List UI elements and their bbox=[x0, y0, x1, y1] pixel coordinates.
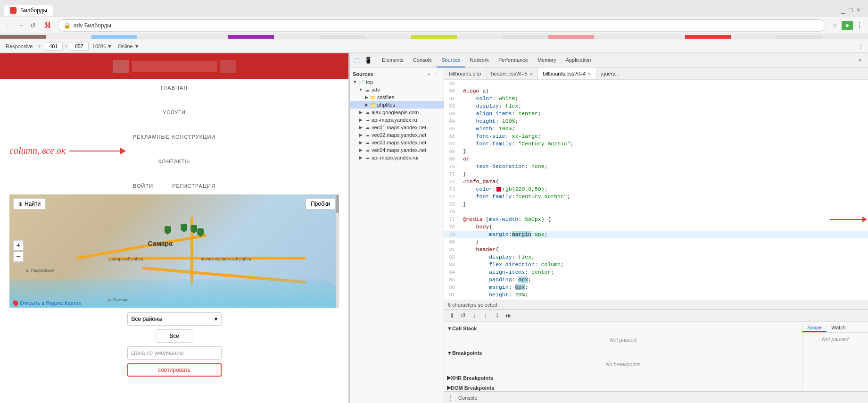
tree-label-vec04: vec04.maps.yandex.net bbox=[372, 147, 426, 153]
tree-item-vec04[interactable]: ▶ ☁ vec04.maps.yandex.net bbox=[350, 146, 444, 154]
tab-favicon bbox=[10, 7, 17, 14]
console-dots[interactable]: ⋮ bbox=[447, 394, 454, 402]
code-content[interactable]: 59 60 #logo a{ 61 color: white; 6 bbox=[444, 80, 868, 300]
tree-item-cssfiles[interactable]: ▶ 📁 cssfiles bbox=[350, 93, 444, 101]
nav-item-home[interactable]: ГЛАВНАЯ bbox=[161, 85, 188, 91]
width-input[interactable] bbox=[44, 42, 63, 50]
editor-tab-header-css[interactable]: header.css?if=5 × bbox=[487, 67, 538, 80]
sources-more-button[interactable]: ⋮ bbox=[433, 70, 441, 77]
dom-breakpoints-header[interactable]: ▶ DOM Breakpoints bbox=[444, 384, 802, 391]
address-bar[interactable]: 🔒 adv Билборды bbox=[58, 19, 826, 32]
network-btn[interactable]: Online ▼ bbox=[116, 42, 141, 50]
zoom-btn[interactable]: 100% ▼ bbox=[91, 42, 114, 50]
close-icon-header-css[interactable]: × bbox=[529, 70, 533, 77]
tab-application[interactable]: Application bbox=[561, 53, 596, 67]
device-toggle-button[interactable]: 📱 bbox=[363, 55, 373, 66]
swatch-11 bbox=[457, 35, 503, 39]
debug-pause-button[interactable]: ⏸ bbox=[447, 311, 456, 320]
forward-button[interactable]: → bbox=[16, 21, 25, 30]
map-open-yandex[interactable]: Открыть в Яндекс.Картах bbox=[13, 300, 81, 306]
add-folder-button[interactable]: + bbox=[426, 70, 432, 77]
close-icon-billboards-css[interactable]: × bbox=[587, 70, 591, 77]
debug-step-out-button[interactable]: ↑ bbox=[481, 311, 490, 320]
editor-tab-jquery[interactable]: jquery... bbox=[596, 67, 624, 80]
back-button[interactable]: ← bbox=[4, 21, 13, 30]
editor-tab-billboards-css[interactable]: billboards.css?if=4 × bbox=[538, 67, 596, 80]
nav-item-services[interactable]: УСЛУГИ bbox=[163, 109, 186, 115]
reload-button[interactable]: ↺ bbox=[28, 21, 38, 30]
annotation: column, все ок bbox=[9, 145, 126, 156]
logo-main bbox=[132, 61, 217, 72]
nav-item-constructions[interactable]: РЕКЛАМНЫЕ КОНСТРУКЦИИ bbox=[133, 134, 215, 140]
tree-label-cssfiles: cssfiles bbox=[377, 94, 394, 100]
tree-item-vec02[interactable]: ▶ ☁ vec02.maps.yandex.net bbox=[350, 131, 444, 139]
nav-login[interactable]: ВОЙТИ bbox=[133, 183, 153, 189]
code-line-87: 87 height: 20%; bbox=[444, 291, 868, 299]
scope-tab-watch[interactable]: Watch bbox=[827, 324, 851, 332]
tab-console[interactable]: Console bbox=[408, 53, 437, 67]
tab-network[interactable]: Network bbox=[465, 53, 494, 67]
tree-item-vec03[interactable]: ▶ ☁ vec03.maps.yandex.net bbox=[350, 139, 444, 146]
yandex-logo[interactable]: Я bbox=[41, 19, 55, 32]
tab-elements[interactable]: Elements bbox=[377, 53, 408, 67]
window-close[interactable]: × bbox=[857, 6, 860, 14]
map-samara-district: Самарский район bbox=[108, 257, 143, 261]
price-input[interactable]: Цена по умолчанию bbox=[127, 346, 222, 360]
nav-item-contacts[interactable]: КОНТАКТЫ bbox=[158, 159, 190, 164]
window-minimize[interactable]: _ bbox=[842, 6, 845, 14]
tab-elements-label: Elements bbox=[382, 57, 404, 63]
bookmark-button[interactable]: ☆ bbox=[830, 21, 840, 30]
cursor-icon: ⬚ bbox=[354, 57, 360, 64]
height-input[interactable] bbox=[70, 42, 89, 50]
breakpoints-header[interactable]: ▼ Breakpoints bbox=[444, 349, 802, 357]
debug-deactivate-button[interactable]: ⏭ bbox=[504, 311, 513, 320]
code-line-86: 86 margin: 0px; bbox=[444, 284, 868, 291]
sort-button[interactable]: сортировать bbox=[127, 363, 222, 377]
scope-tab-scope[interactable]: Scope bbox=[802, 324, 827, 332]
active-tab[interactable]: Билборды bbox=[4, 5, 53, 16]
tree-item-adv[interactable]: ▼ ☁ adv bbox=[350, 86, 444, 93]
tree-item-api-maps[interactable]: ▶ ☁ api-maps.yandex.ru bbox=[350, 116, 444, 124]
debug-step-over-button[interactable]: ↺ bbox=[458, 311, 468, 320]
inspect-element-button[interactable]: ⬚ bbox=[352, 55, 362, 66]
code-line-64: 64 height: 100%; bbox=[444, 118, 868, 125]
map-scrollbar[interactable] bbox=[336, 194, 339, 308]
code-line-63: 63 align-items: center; bbox=[444, 110, 868, 118]
nav-register[interactable]: РЕГИСТРАЦИЯ bbox=[172, 183, 215, 189]
call-stack-header[interactable]: ▼ Call Stack bbox=[444, 325, 802, 332]
code-line-85: 85 padding: 0px; bbox=[444, 276, 868, 284]
tree-item-top[interactable]: ▼ 📄 top bbox=[350, 78, 444, 86]
open-maps-label: Открыть в Яндекс.Картах bbox=[20, 300, 81, 306]
map-traffic-button[interactable]: Пробки bbox=[306, 198, 335, 210]
district-select[interactable]: Все районы ▾ bbox=[127, 312, 222, 326]
zoom-out-button[interactable]: − bbox=[13, 252, 24, 262]
tab-memory[interactable]: Memory bbox=[533, 53, 561, 67]
tree-item-vec01[interactable]: ▶ ☁ vec01.maps.yandex.net bbox=[350, 124, 444, 131]
menu-button[interactable]: ⋮ bbox=[855, 21, 864, 30]
tab-more[interactable]: » bbox=[854, 53, 866, 67]
all-button[interactable]: Все bbox=[156, 329, 193, 343]
tree-arrow-ajax: ▶ bbox=[357, 110, 364, 115]
responsive-mode-btn[interactable]: Responsive bbox=[4, 42, 34, 50]
breakpoints-content: No breakpoints bbox=[444, 357, 802, 372]
annotation-arrow bbox=[69, 146, 126, 156]
extensions-button[interactable]: ◆ bbox=[842, 21, 853, 30]
tab-performance[interactable]: Performance bbox=[494, 53, 533, 67]
console-tab-btn[interactable]: Console bbox=[455, 395, 480, 401]
editor-tab-billboards-php[interactable]: billboards.php bbox=[444, 67, 487, 80]
map-marker-2 bbox=[181, 224, 187, 232]
debug-step-button[interactable]: ⤵ bbox=[492, 311, 502, 320]
tree-item-api-maps-slash[interactable]: ▶ ☁ api-maps.yandex.ru/ bbox=[350, 154, 444, 161]
tab-bar: Билборды _ □ × bbox=[0, 0, 868, 17]
tab-sources[interactable]: Sources bbox=[437, 53, 465, 67]
debug-step-into-button[interactable]: ↓ bbox=[470, 311, 479, 320]
swatch-13 bbox=[548, 35, 594, 39]
more-options-btn[interactable]: ⋮ bbox=[858, 42, 864, 50]
map-find-button[interactable]: ⊕ Найти bbox=[13, 198, 46, 210]
window-maximize[interactable]: □ bbox=[849, 6, 852, 14]
devtools-tab-bar: ⬚ 📱 Elements Console Sources Network Per… bbox=[350, 53, 868, 67]
tree-item-phpfiles[interactable]: ▶ 📁 phpfiles bbox=[350, 101, 444, 109]
tree-item-ajax-googleapis[interactable]: ▶ ☁ ajax.googleapis.com bbox=[350, 109, 444, 116]
xhr-breakpoints-header[interactable]: ▶ XHR Breakpoints bbox=[444, 374, 802, 382]
zoom-in-button[interactable]: + bbox=[13, 240, 24, 251]
